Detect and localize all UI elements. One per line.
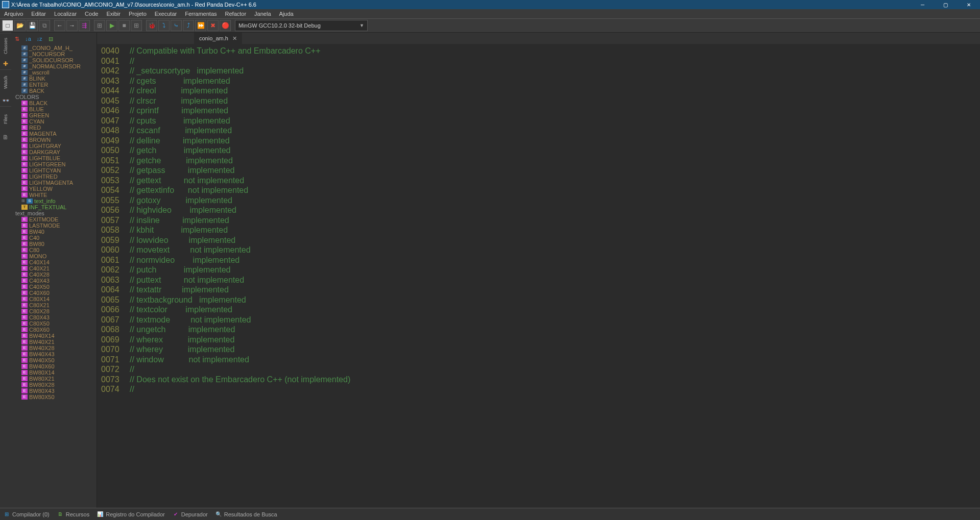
status-log[interactable]: 📊Registro do Compilador — [97, 511, 165, 518]
tree-node[interactable]: EC80X43 — [11, 314, 97, 320]
tree-node[interactable]: EBW40X60 — [11, 363, 97, 369]
tree-node[interactable]: ELIGHTGRAY — [11, 143, 97, 149]
vtab-classes[interactable]: Classes — [0, 33, 11, 58]
tree-node[interactable]: EC80X28 — [11, 308, 97, 314]
tab-conio-am[interactable]: conio_am.h ✕ — [194, 33, 242, 44]
tree-node[interactable]: EBLUE — [11, 106, 97, 112]
close-button[interactable]: ✕ — [957, 0, 980, 9]
forward-button[interactable]: → — [66, 20, 78, 31]
close-icon[interactable]: ✕ — [232, 35, 237, 42]
open-button[interactable]: 📂 — [14, 20, 26, 31]
tree-node[interactable]: EBW40 — [11, 229, 97, 235]
code-line[interactable]: 0063// puttext not implemented — [101, 275, 980, 285]
compiler-combo[interactable]: MinGW GCC10.2.0 32-bit Debug ▼ — [235, 20, 368, 31]
continue-button[interactable]: ⏩ — [195, 20, 206, 31]
tree-node[interactable]: EBW40X50 — [11, 357, 97, 363]
tree-node[interactable]: EC40X60 — [11, 290, 97, 296]
tree-node[interactable]: #_wscroll — [11, 69, 97, 76]
debug-button[interactable]: 🐞 — [146, 20, 157, 31]
menu-localizar[interactable]: Localizar — [50, 11, 81, 17]
status-search[interactable]: 🔍Resultados de Busca — [215, 511, 277, 518]
tree-node[interactable]: COLORS — [11, 94, 97, 100]
tree-node[interactable]: EBLACK — [11, 100, 97, 106]
code-line[interactable]: 0046// cprintf implemented — [101, 106, 980, 116]
tree-node[interactable]: #ENTER — [11, 82, 97, 88]
tree-node[interactable]: EBW80 — [11, 241, 97, 247]
tree-node[interactable]: ⊞Stext_info — [11, 198, 97, 204]
tree-node[interactable]: EDARKGRAY — [11, 149, 97, 155]
status-compiler[interactable]: ⊞Compilador (0) — [3, 511, 50, 518]
tree-node[interactable]: EC80X21 — [11, 302, 97, 308]
tree-node[interactable]: EBW80X14 — [11, 369, 97, 376]
menu-editar[interactable]: Editar — [27, 11, 50, 17]
sort-type-icon[interactable]: ↓a — [23, 34, 33, 43]
tree-node[interactable]: ELASTMODE — [11, 222, 97, 229]
menu-executar[interactable]: Executar — [151, 11, 181, 17]
tree-node[interactable]: ELIGHTMAGENTA — [11, 180, 97, 186]
tree-node[interactable]: EYELLOW — [11, 186, 97, 192]
status-debugger[interactable]: ✔Depurador — [172, 511, 208, 518]
step-out-button[interactable]: ⤴ — [183, 20, 194, 31]
tree-node[interactable]: EMONO — [11, 253, 97, 259]
tree-node[interactable]: ECYAN — [11, 118, 97, 125]
tree-node[interactable]: #_NOCURSOR — [11, 51, 97, 57]
menu-exibir[interactable]: Exibir — [102, 11, 125, 17]
save-button[interactable]: 💾 — [27, 20, 38, 31]
tree-node[interactable]: EBW80X21 — [11, 376, 97, 382]
save-all-button[interactable]: ⧉ — [39, 20, 50, 31]
run-button[interactable]: ▶ — [106, 20, 117, 31]
code-line[interactable]: 0073// Does not exist on the Embarcadero… — [101, 375, 980, 385]
tree-node[interactable]: ELIGHTRED — [11, 174, 97, 180]
tree-node[interactable]: EC80X50 — [11, 320, 97, 327]
code-line[interactable]: 0062// putch implemented — [101, 265, 980, 275]
code-line[interactable]: 0044// clreol implemented — [101, 86, 980, 96]
tree-node[interactable]: EC80X60 — [11, 327, 97, 333]
files-icon[interactable]: 🗎 — [0, 132, 11, 143]
code-line[interactable]: 0056// highvideo implemented — [101, 205, 980, 215]
tree-node[interactable]: EBW80X43 — [11, 388, 97, 394]
menu-ajuda[interactable]: Ajuda — [275, 11, 298, 17]
code-line[interactable]: 0061// normvideo implemented — [101, 255, 980, 265]
tree-node[interactable]: #BACK — [11, 88, 97, 94]
code-line[interactable]: 0050// getch implemented — [101, 145, 980, 156]
vtab-watch[interactable]: Watch — [0, 69, 11, 95]
tree-node[interactable]: EC40X50 — [11, 284, 97, 290]
stop-debug-button[interactable]: ✖ — [207, 20, 219, 31]
code-line[interactable]: 0060// movetext not implemented — [101, 245, 980, 255]
watch-icon[interactable]: 👓 — [0, 95, 11, 106]
tree-node[interactable]: EEXITMODE — [11, 216, 97, 222]
sort-alpha2-icon[interactable]: ↓z — [35, 34, 44, 43]
tree-icon[interactable]: ⊟ — [46, 34, 55, 43]
code-line[interactable]: 0058// kbhit implemented — [101, 225, 980, 235]
tree-node[interactable]: EC40X14 — [11, 259, 97, 265]
code-line[interactable]: 0071// window not implemented — [101, 355, 980, 365]
step-into-button[interactable]: ⤷ — [171, 20, 182, 31]
code-line[interactable]: 0054// gettextinfo not implemented — [101, 185, 980, 195]
menu-refactor[interactable]: Refactor — [221, 11, 251, 17]
code-line[interactable]: 0057// insline implemented — [101, 215, 980, 226]
code-line[interactable]: 0059// lowvideo implemented — [101, 235, 980, 245]
compile-run-button[interactable]: ⊞ — [131, 20, 142, 31]
code-line[interactable]: 0047// cputs implemented — [101, 116, 980, 126]
tree-node[interactable]: ERED — [11, 125, 97, 131]
menu-arquivo[interactable]: Arquivo — [0, 11, 27, 17]
code-line[interactable]: 0045// clrscr implemented — [101, 96, 980, 106]
code-line[interactable]: 0068// ungetch implemented — [101, 325, 980, 335]
tree-node[interactable]: # _CONIO_AM_H_ — [11, 45, 97, 51]
code-line[interactable]: 0066// textcolor implemented — [101, 305, 980, 315]
reformat-button[interactable]: ⇶ — [79, 20, 90, 31]
minimize-button[interactable]: ─ — [911, 0, 934, 9]
tree-node[interactable]: EC40X21 — [11, 265, 97, 271]
tree-node[interactable]: ELIGHTCYAN — [11, 167, 97, 174]
tree-node[interactable]: EC40X28 — [11, 271, 97, 278]
add-icon[interactable]: ✚ — [0, 58, 11, 69]
class-tree[interactable]: # _CONIO_AM_H_#_NOCURSOR#_SOLIDCURSOR#_N… — [11, 45, 97, 508]
code-line[interactable]: 0042// _setcursortype implemented — [101, 66, 980, 76]
tree-node[interactable]: EC40X43 — [11, 278, 97, 284]
code-line[interactable]: 0074// — [101, 384, 980, 394]
menu-ferramentas[interactable]: Ferramentas — [181, 11, 221, 17]
code-line[interactable]: 0053// gettext not implemented — [101, 176, 980, 186]
new-file-button[interactable]: □ — [2, 20, 13, 31]
code-line[interactable]: 0049// delline implemented — [101, 136, 980, 146]
code-line[interactable]: 0051// getche implemented — [101, 156, 980, 166]
